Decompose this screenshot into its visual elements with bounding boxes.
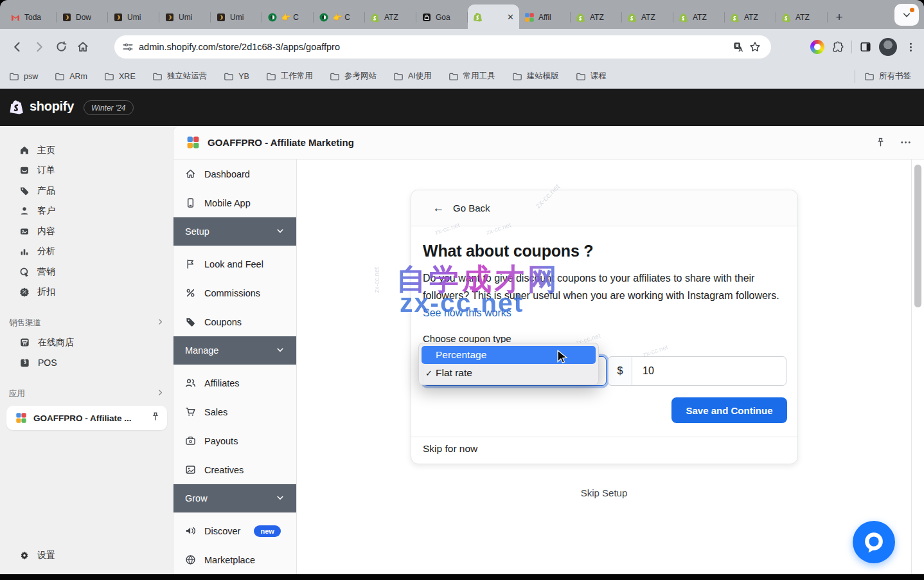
sidebar-item-客户[interactable]: 客户	[0, 201, 173, 222]
app-more-menu-icon[interactable]	[900, 137, 911, 148]
app-nav-section-setup[interactable]: Setup	[173, 217, 296, 246]
browser-tab-active[interactable]: ✕	[468, 5, 519, 29]
scrollbar-thumb[interactable]	[914, 165, 921, 307]
bookmark-folder[interactable]: ARm	[55, 71, 87, 82]
scrollbar-track[interactable]	[911, 159, 924, 580]
save-and-continue-button[interactable]: Save and Continue	[671, 397, 787, 423]
forward-button[interactable]	[28, 36, 50, 58]
sidebar-item-分析[interactable]: 分析	[0, 242, 173, 262]
app-nav-item-discover[interactable]: Discovernew	[173, 516, 296, 545]
bookmark-label: 参考网站	[344, 71, 377, 82]
app-nav-item-sales[interactable]: Sales	[173, 397, 296, 426]
bookmark-folder[interactable]: AI使用	[393, 71, 432, 82]
app-nav-section-manage[interactable]: Manage	[173, 336, 296, 365]
browser-menu-icon[interactable]	[902, 39, 919, 55]
browser-tab[interactable]: Toda	[5, 6, 57, 29]
sidebar-item-内容[interactable]: 内容	[0, 221, 173, 242]
browser-tab[interactable]: Umi	[211, 6, 262, 29]
bookmark-folder[interactable]: YB	[224, 71, 249, 82]
sidebar-item-settings[interactable]: 设置	[0, 545, 173, 566]
sidebar-item-goaffpro-active[interactable]: GOAFFPRO - Affiliate ...	[6, 406, 167, 430]
browser-tab[interactable]: ATZ	[365, 6, 416, 29]
browser-tab[interactable]: Dow	[57, 6, 108, 29]
reload-button[interactable]	[50, 36, 72, 58]
bookmark-star-icon[interactable]	[747, 39, 763, 55]
shopify-logo[interactable]: shopify	[9, 98, 74, 114]
bookmark-items: pswARmXRE独立站运营YB工作常用参考网站AI使用常用工具建站模版课程	[9, 71, 623, 82]
tab-list: TodaDowUmiUmiUmi👉 C👉 CATZGoa✕AffilATZATZ…	[0, 0, 828, 29]
browser-tab[interactable]: ATZ	[725, 6, 776, 29]
chat-widget-button[interactable]	[853, 521, 895, 563]
sidebar-item-折扣[interactable]: 折扣	[0, 282, 173, 303]
app-nav-item-commissions[interactable]: Commissions	[173, 278, 296, 307]
sidebar-item-营销[interactable]: 营销	[0, 262, 173, 282]
sidebar-item-label: 分析	[37, 246, 55, 257]
tab-label: ATZ	[693, 13, 707, 22]
site-settings-icon[interactable]	[122, 41, 134, 53]
app-nav-item-marketplace[interactable]: Marketplace	[173, 545, 296, 574]
tab-label: Dow	[76, 13, 91, 22]
back-button[interactable]	[6, 36, 28, 58]
browser-tab[interactable]: ATZ	[776, 6, 828, 29]
app-nav-item-look-and-feel[interactable]: Look and Feel	[173, 249, 296, 278]
app-nav-item-payouts[interactable]: Payouts	[173, 426, 296, 455]
profile-avatar[interactable]	[879, 38, 897, 56]
bookmark-folder[interactable]: 独立站运营	[152, 71, 208, 82]
app-nav-item-mobile-app[interactable]: Mobile App	[173, 188, 296, 217]
home-button[interactable]	[72, 36, 94, 58]
browser-tab[interactable]: Umi	[108, 6, 159, 29]
green-circle-icon	[267, 12, 278, 23]
sidebar-item-主页[interactable]: 主页	[0, 140, 173, 161]
app-nav-section-grow[interactable]: Grow	[173, 484, 296, 512]
new-tab-button[interactable]: +	[830, 8, 848, 26]
pin-app-icon[interactable]	[875, 137, 886, 148]
app-nav-item-creatives[interactable]: Creatives	[173, 455, 296, 484]
extension-colorwheel-icon[interactable]	[810, 40, 824, 54]
browser-tab[interactable]: Affil	[519, 6, 571, 29]
tab-overflow-button[interactable]	[894, 4, 919, 26]
dropdown-option-flat-rate[interactable]: ✓Flat rate	[422, 364, 596, 382]
channel-item-在线商店[interactable]: 在线商店	[0, 332, 173, 353]
extensions-puzzle-icon[interactable]	[830, 39, 846, 55]
skip-setup-link[interactable]: Skip Setup	[297, 487, 911, 498]
translate-icon[interactable]	[730, 39, 747, 55]
url-text[interactable]: admin.shopify.com/store/2d1c68-3/apps/go…	[139, 42, 730, 52]
dropdown-option-percentage[interactable]: Percentage	[422, 346, 596, 364]
all-bookmarks-button[interactable]: 所有书签	[864, 71, 911, 82]
browser-tab[interactable]: Goa	[416, 6, 468, 29]
bookmark-folder[interactable]: psw	[9, 71, 38, 82]
sales-channels-header[interactable]: 销售渠道	[0, 313, 173, 332]
bookmark-folder[interactable]: 常用工具	[449, 71, 495, 82]
bookmark-folder[interactable]: 工作常用	[266, 71, 313, 82]
app-nav-item-affiliates[interactable]: Affiliates	[173, 368, 296, 397]
side-panel-icon[interactable]	[857, 39, 874, 55]
channel-item-POS[interactable]: POS	[0, 353, 173, 374]
bookmark-folder[interactable]: 建站模版	[512, 71, 559, 82]
address-bar[interactable]: admin.shopify.com/store/2d1c68-3/apps/go…	[114, 35, 771, 59]
app-nav-label: Mobile App	[204, 198, 251, 208]
browser-tab[interactable]: ATZ	[673, 6, 725, 29]
bookmark-folder[interactable]: XRE	[104, 71, 136, 82]
card-description: Do you want to give discount coupons to …	[423, 269, 786, 322]
dark-app-icon	[113, 12, 123, 23]
tab-close-button[interactable]: ✕	[507, 13, 514, 21]
pin-icon[interactable]	[150, 412, 161, 424]
see-how-link[interactable]: See how this works	[423, 307, 511, 318]
apps-header[interactable]: 应用	[0, 384, 173, 403]
browser-tab[interactable]: 👉 C	[314, 6, 365, 29]
browser-tab[interactable]: Umi	[159, 6, 211, 29]
sidebar-item-订单[interactable]: 订单	[0, 161, 173, 181]
amount-input[interactable]: 10	[632, 356, 786, 386]
release-badge[interactable]: Winter '24	[84, 100, 134, 115]
browser-tab[interactable]: 👉 C	[262, 6, 314, 29]
go-back-button[interactable]: ← Go Back	[411, 190, 797, 226]
sidebar-item-产品[interactable]: 产品	[0, 181, 173, 201]
skip-for-now-link[interactable]: Skip for now	[423, 443, 477, 455]
app-nav-item-coupons[interactable]: Coupons	[173, 307, 296, 336]
app-nav-item-dashboard[interactable]: Dashboard	[173, 159, 296, 188]
browser-tab[interactable]: ATZ	[571, 6, 622, 29]
bookmark-folder[interactable]: 参考网站	[330, 71, 377, 82]
browser-tab[interactable]: ATZ	[622, 6, 673, 29]
bookmark-folder[interactable]: 课程	[576, 71, 607, 82]
section-label: Setup	[185, 226, 209, 237]
